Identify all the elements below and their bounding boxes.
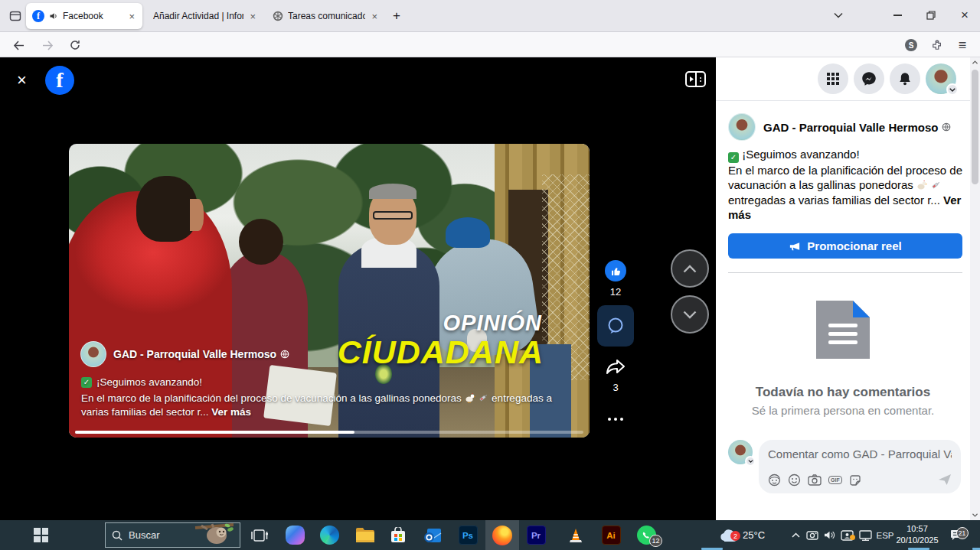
copilot-icon[interactable] (278, 520, 312, 550)
previous-reel-button[interactable] (671, 249, 709, 288)
reel-sidebar: GAD - Parroquial Valle Hermoso ✓ ¡Seguim… (716, 57, 970, 520)
new-tab-button[interactable]: + (387, 6, 407, 26)
tab-close-button[interactable]: × (127, 11, 136, 22)
whatsapp-icon[interactable]: 12 (629, 520, 663, 550)
back-button[interactable] (9, 36, 28, 54)
close-window-button[interactable]: × (949, 0, 980, 31)
file-explorer-icon[interactable] (348, 520, 381, 550)
action-center-icon[interactable]: 21 (945, 520, 968, 550)
share-button[interactable] (605, 359, 626, 377)
page-avatar[interactable] (80, 341, 106, 367)
like-button[interactable] (605, 260, 626, 282)
scrollbar-thumb[interactable] (972, 70, 978, 184)
browser-toolbar: www.facebook.com/reel/1891308468394889 ☆… (0, 32, 980, 57)
tab-label: Facebook (63, 11, 122, 21)
extension-s-icon[interactable]: S (905, 39, 917, 51)
tab-audio-icon[interactable] (49, 11, 58, 21)
premiere-icon[interactable]: Pr (519, 520, 553, 550)
video-caption: En el marco de la planificación del proc… (81, 392, 579, 419)
post-caption: ✓ ¡Seguimos avanzando! En el marco de la… (728, 147, 962, 223)
taskbar-search[interactable]: Buscar (105, 522, 240, 548)
microsoft-store-icon[interactable] (381, 520, 415, 550)
more-options-button[interactable] (608, 418, 623, 421)
tab-label: Tareas comunicador social GAD (288, 11, 365, 21)
edge-icon[interactable] (312, 520, 346, 550)
tab-tareas[interactable]: Tareas comunicador social GAD × (266, 3, 385, 29)
tab-informes[interactable]: Añadir Actividad | Informes Mensua × (147, 3, 263, 29)
page-header-row[interactable]: GAD - Parroquial Valle Hermoso (728, 113, 951, 141)
forward-button[interactable] (38, 36, 57, 54)
comment-input[interactable]: Comentar como GAD - Parroquial Vall... G… (759, 440, 961, 493)
language-indicator[interactable]: ESP (874, 520, 896, 550)
facebook-logo[interactable]: f (45, 66, 74, 95)
facebook-favicon: f (32, 10, 44, 22)
date: 20/10/2025 (894, 535, 940, 546)
collapse-panel-icon[interactable] (685, 71, 706, 87)
screen: f Facebook × Añadir Actividad | Informes… (0, 0, 980, 550)
comment-button[interactable] (597, 305, 634, 347)
video-progress-bar[interactable] (75, 431, 583, 434)
camera-icon[interactable] (808, 474, 822, 486)
check-icon: ✓ (728, 152, 739, 163)
syringe-icon (478, 392, 488, 403)
messenger-button[interactable] (854, 63, 884, 94)
notifications-button[interactable] (890, 63, 920, 94)
send-comment-button[interactable] (938, 474, 952, 486)
close-reel-button[interactable]: × (17, 70, 27, 90)
chevron-down-icon[interactable] (745, 456, 756, 467)
tab-close-button[interactable]: × (248, 11, 257, 22)
no-comments-title: Todavía no hay comentarios (716, 385, 970, 400)
tab-close-button[interactable]: × (370, 11, 379, 22)
sloth-image (194, 523, 234, 547)
reel-video[interactable]: OPINIÓN CÍUDADANA GAD - Parroquial Valle… (69, 144, 590, 438)
taskbar-clock[interactable]: 10:57 20/10/2025 (894, 523, 940, 546)
vlc-icon[interactable] (559, 520, 593, 550)
tray-camera-icon[interactable] (804, 520, 821, 550)
volume-icon[interactable] (821, 520, 838, 550)
video-byline[interactable]: GAD - Parroquial Valle Hermoso (80, 341, 289, 367)
globe-icon (942, 122, 951, 132)
firefox-view-icon[interactable] (8, 8, 23, 24)
weather-badge: 2 (730, 531, 740, 541)
see-more-link[interactable]: Ver más (211, 406, 251, 418)
menu-icon[interactable]: ≡ (953, 36, 972, 54)
scroll-down-arrow[interactable] (972, 513, 978, 517)
page-avatar[interactable] (728, 113, 756, 141)
taskbar-weather[interactable]: 2 25°C (720, 520, 765, 550)
commenter-avatar[interactable] (728, 440, 753, 464)
notification-count-badge: 21 (956, 527, 969, 539)
minimize-button[interactable] (882, 0, 913, 31)
tab-list-dropdown[interactable] (823, 0, 854, 31)
firefox-icon[interactable] (485, 520, 519, 550)
no-comments-document-icon (816, 301, 870, 359)
gif-icon[interactable]: GIF (828, 476, 842, 484)
composer-icons: GIF (768, 474, 861, 487)
network-icon[interactable] (856, 520, 874, 550)
scroll-up-arrow[interactable] (972, 60, 978, 64)
start-button[interactable] (34, 528, 48, 542)
sticker-icon[interactable] (849, 474, 861, 487)
task-view-button[interactable] (243, 520, 276, 550)
account-avatar-button[interactable] (926, 63, 956, 94)
video-caption-check-line: ✓ ¡Seguimos avanzando! (81, 376, 202, 388)
tab-facebook[interactable]: f Facebook × (26, 3, 142, 29)
temperature: 25°C (743, 529, 765, 541)
extensions-puzzle-icon[interactable] (928, 36, 946, 54)
comment-placeholder: Comentar como GAD - Parroquial Vall... (768, 447, 952, 461)
reload-button[interactable] (66, 36, 84, 54)
photoshop-icon[interactable]: Ps (451, 520, 485, 550)
outlook-icon[interactable] (416, 520, 449, 550)
restore-button[interactable] (916, 0, 946, 31)
sidebar-header (716, 57, 970, 101)
apps-menu-button[interactable] (818, 63, 848, 94)
emoji-icon[interactable] (788, 474, 801, 487)
video-title-line2: CÍUDADANA (338, 334, 544, 371)
avatar-sticker-icon[interactable] (768, 474, 781, 487)
meet-now-icon[interactable] (838, 520, 856, 550)
promote-reel-button[interactable]: Promocionar reel (728, 233, 962, 259)
page-scrollbar[interactable] (970, 57, 980, 520)
globe-icon (280, 350, 289, 359)
next-reel-button[interactable] (671, 295, 709, 334)
tray-expand-chevron[interactable] (787, 520, 804, 550)
illustrator-icon[interactable]: Ai (594, 520, 628, 550)
